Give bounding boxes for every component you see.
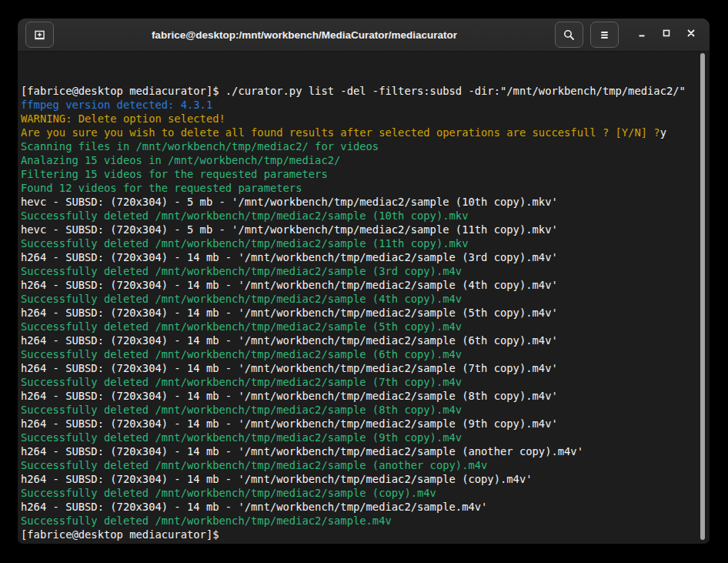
close-button[interactable] (679, 22, 703, 48)
terminal-line: h264 - SUBSD: (720x304) - 14 mb - '/mnt/… (21, 306, 696, 320)
terminal-line: Successfully deleted /mnt/workbench/tmp/… (21, 347, 696, 361)
terminal-line: h264 - SUBSD: (720x304) - 14 mb - '/mnt/… (21, 389, 696, 403)
terminal-line: Successfully deleted /mnt/workbench/tmp/… (21, 264, 696, 278)
terminal-line: h264 - SUBSD: (720x304) - 14 mb - '/mnt/… (21, 278, 696, 292)
terminal-line: [fabrice@desktop mediacurator]$ (21, 528, 696, 541)
terminal-line: h264 - SUBSD: (720x304) - 14 mb - '/mnt/… (21, 250, 696, 264)
terminal-line: h264 - SUBSD: (720x304) - 14 mb - '/mnt/… (21, 333, 696, 347)
terminal-line: Successfully deleted /mnt/workbench/tmp/… (21, 514, 696, 528)
terminal-screen[interactable]: [fabrice@desktop mediacurator]$ ./curato… (18, 52, 710, 543)
terminal-line: Successfully deleted /mnt/workbench/tmp/… (21, 458, 696, 472)
hamburger-menu-icon (599, 29, 610, 41)
titlebar[interactable]: fabrice@desktop:/mnt/workbench/MediaCura… (18, 18, 710, 52)
window-title: fabrice@desktop:/mnt/workbench/MediaCura… (54, 29, 555, 41)
terminal-line: hevc - SUBSD: (720x304) - 5 mb - '/mnt/w… (21, 223, 696, 236)
terminal-line: hevc - SUBSD: (720x304) - 5 mb - '/mnt/w… (21, 195, 696, 209)
terminal-line: Successfully deleted /mnt/workbench/tmp/… (21, 375, 696, 389)
new-tab-button[interactable] (25, 22, 54, 48)
close-icon (685, 27, 697, 42)
terminal-line: Successfully deleted /mnt/workbench/tmp/… (21, 292, 696, 306)
new-tab-icon (33, 28, 46, 42)
minimize-button[interactable] (629, 22, 654, 48)
scrollbar-thumb[interactable] (700, 53, 705, 540)
terminal-line: h264 - SUBSD: (720x304) - 14 mb - '/mnt/… (21, 361, 696, 375)
scrollbar-track[interactable] (698, 52, 709, 542)
terminal-line: h264 - SUBSD: (720x304) - 14 mb - '/mnt/… (21, 444, 696, 458)
maximize-icon (660, 27, 673, 42)
terminal-line: Scanning files in /mnt/workbench/tmp/med… (21, 139, 696, 153)
terminal-output: [fabrice@desktop mediacurator]$ ./curato… (21, 84, 696, 541)
terminal-line: ffmpeg version detected: 4.3.1 (21, 98, 696, 112)
terminal-window: fabrice@desktop:/mnt/workbench/MediaCura… (18, 18, 710, 544)
terminal-line: h264 - SUBSD: (720x304) - 14 mb - '/mnt/… (21, 472, 696, 486)
terminal-line: Successfully deleted /mnt/workbench/tmp/… (21, 209, 696, 223)
terminal-line: Successfully deleted /mnt/workbench/tmp/… (21, 320, 696, 333)
maximize-button[interactable] (654, 22, 679, 48)
terminal-line: Successfully deleted /mnt/workbench/tmp/… (21, 236, 696, 250)
terminal-line: Successfully deleted /mnt/workbench/tmp/… (21, 431, 696, 444)
terminal-line: Successfully deleted /mnt/workbench/tmp/… (21, 403, 696, 417)
terminal-line: h264 - SUBSD: (720x304) - 14 mb - '/mnt/… (21, 417, 696, 431)
search-icon (563, 28, 576, 42)
minimize-icon (636, 27, 648, 42)
terminal-line: WARNING: Delete option selected! (21, 112, 696, 126)
terminal-line: [fabrice@desktop mediacurator]$ ./curato… (21, 84, 696, 98)
terminal-line: h264 - SUBSD: (720x304) - 14 mb - '/mnt/… (21, 500, 696, 514)
menu-button[interactable] (590, 22, 619, 48)
search-button[interactable] (555, 22, 583, 48)
terminal-line: Successfully deleted /mnt/workbench/tmp/… (21, 486, 696, 500)
terminal-line: Found 12 videos for the requested parame… (21, 181, 696, 195)
terminal-line: Filtering 15 videos for the requested pa… (21, 167, 696, 181)
terminal-line: Analazing 15 videos in /mnt/workbench/tm… (21, 153, 696, 167)
terminal-line: Are you sure you wish to delete all foun… (21, 126, 696, 139)
